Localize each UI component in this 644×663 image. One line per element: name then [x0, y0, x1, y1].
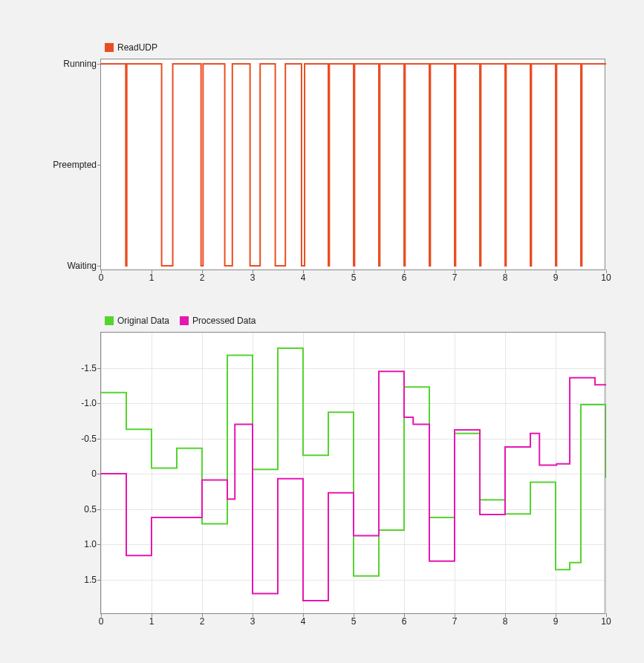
- legend-label: Original Data: [117, 316, 169, 326]
- x-tick-label: 2: [200, 270, 205, 283]
- y-tick-label: 1.0: [84, 539, 101, 549]
- x-tick-label: 5: [351, 270, 357, 283]
- chart-1-plot-area: Running Preempted Waiting 012345678910: [100, 59, 605, 270]
- y-tick-label: Preempted: [53, 160, 101, 170]
- x-tick-label: 10: [601, 270, 611, 283]
- legend-swatch-icon: [105, 43, 114, 52]
- y-tick-label: -0.5: [81, 434, 101, 444]
- chart-2-legend: Original Data Processed Data: [105, 316, 256, 326]
- x-tick-label: 8: [503, 613, 508, 627]
- x-tick-label: 6: [402, 270, 407, 283]
- legend-label: Processed Data: [192, 316, 256, 326]
- y-tick-label: -1.0: [81, 398, 101, 408]
- x-tick-label: 3: [250, 613, 256, 627]
- legend-item-original: Original Data: [105, 316, 169, 326]
- x-tick-label: 7: [452, 613, 458, 627]
- page: { "chart_data": [ { "type": "line", "ste…: [0, 0, 644, 663]
- legend-label: ReadUDP: [117, 42, 157, 53]
- x-tick-label: 0: [99, 270, 104, 283]
- x-tick-label: 1: [149, 613, 155, 627]
- legend-swatch-icon: [180, 316, 189, 325]
- legend-item-readudp: ReadUDP: [105, 42, 157, 53]
- y-tick-label: Running: [63, 59, 101, 69]
- x-tick-label: 4: [301, 270, 306, 283]
- x-tick-label: 2: [200, 613, 205, 627]
- x-tick-label: 0: [99, 613, 104, 627]
- x-tick-label: 3: [250, 270, 256, 283]
- x-tick-label: 5: [351, 613, 357, 627]
- legend-item-processed: Processed Data: [180, 316, 256, 326]
- x-tick-label: 4: [301, 613, 306, 627]
- x-tick-label: 7: [452, 270, 458, 283]
- x-tick-label: 9: [553, 613, 559, 627]
- chart-2-line-icon: [101, 333, 606, 615]
- x-tick-label: 9: [553, 270, 559, 283]
- chart-1: ReadUDP Running Preempted Waiting 012345…: [100, 26, 599, 286]
- x-tick-label: 8: [503, 270, 508, 283]
- chart-1-line-icon: [101, 59, 606, 271]
- y-tick-label: -1.5: [81, 363, 101, 373]
- x-tick-label: 6: [402, 613, 407, 627]
- chart-2: Original Data Processed Data 1.51.00.50-…: [100, 316, 599, 627]
- x-tick-label: 10: [601, 613, 611, 627]
- x-tick-label: 1: [149, 270, 155, 283]
- chart-1-legend: ReadUDP: [105, 42, 157, 53]
- y-tick-label: 1.5: [84, 575, 101, 585]
- y-tick-label: Waiting: [67, 261, 101, 271]
- y-tick-label: 0: [91, 468, 101, 479]
- legend-swatch-icon: [105, 316, 114, 325]
- chart-2-plot-area: 1.51.00.50-0.5-1.0-1.5 012345678910: [100, 332, 605, 614]
- y-tick-label: 0.5: [84, 504, 101, 515]
